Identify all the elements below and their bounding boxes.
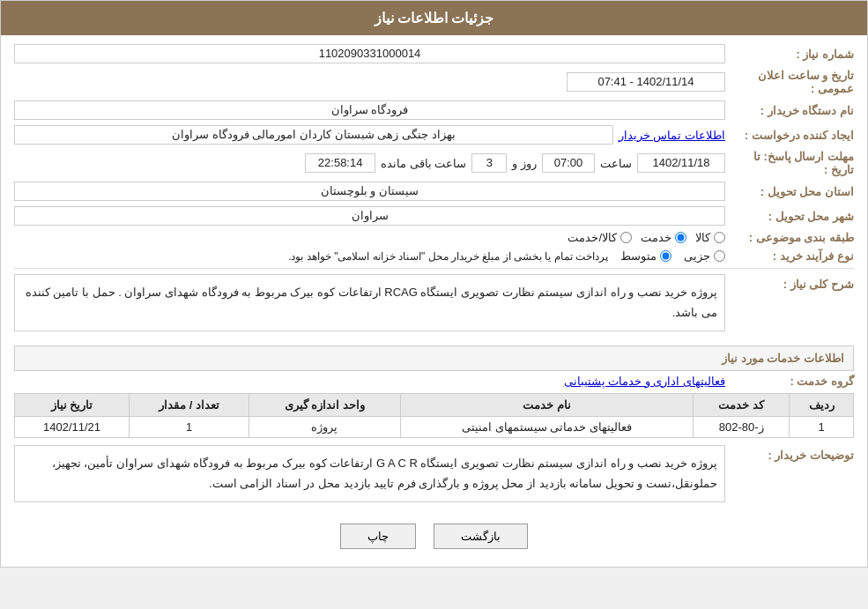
buyer-note-text: پروژه خرید نصب و راه اندازی سیستم نظارت … <box>52 457 717 490</box>
need-description-box: پروژه خرید نصب و راه اندازی سیستم نظارت … <box>14 274 725 331</box>
process-jozi-label: جزیی <box>684 249 710 263</box>
divider-1 <box>14 268 854 269</box>
send-remaining-value: 22:58:14 <box>305 153 375 173</box>
announce-date-value: 1402/11/14 - 07:41 <box>567 72 725 92</box>
category-khedmat-label: خدمت <box>641 231 671 244</box>
process-motavaset-label: متوسط <box>620 249 657 263</box>
process-motavaset-radio[interactable] <box>660 250 671 262</box>
cell-code-0: ز-80-802 <box>694 416 790 437</box>
page-title: جزئیات اطلاعات نیاز <box>375 11 494 26</box>
col-header-name: نام خدمت <box>400 393 694 416</box>
need-number-label: شماره نیاز : <box>731 48 854 61</box>
send-day-label: روز و <box>512 157 537 170</box>
process-jozi-item[interactable]: جزیی <box>684 249 725 263</box>
buyer-station-value: فرودگاه سراوان <box>14 100 725 120</box>
category-kala-khedmat-radio[interactable] <box>620 232 632 243</box>
services-group-label: گروه خدمت : <box>731 375 854 388</box>
need-number-row: شماره نیاز : 1102090331000014 <box>14 44 854 63</box>
delivery-province-label: استان محل تحویل : <box>731 185 854 198</box>
category-kala-radio[interactable] <box>714 232 725 243</box>
category-label: طبقه بندی موضوعی : <box>731 231 854 244</box>
requester-value: بهزاد جنگی زهی شبستان کاردان امورمالی فر… <box>14 125 613 145</box>
process-note: پرداخت تمام یا بخشی از مبلغ خریدار محل "… <box>288 250 608 263</box>
services-group-value[interactable]: فعالیتهای اداری و خدمات پشتیبانی <box>564 375 725 388</box>
requester-row: ایجاد کننده درخواست : اطلاعات تماس خریدا… <box>14 125 854 145</box>
send-remaining-label: ساعت باقی مانده <box>381 157 466 170</box>
category-kala-khedmat-item[interactable]: کالا/خدمت <box>568 231 632 244</box>
category-kala-khedmat-label: کالا/خدمت <box>568 231 617 244</box>
back-button[interactable]: بازگشت <box>434 524 528 549</box>
services-table: ردیف کد خدمت نام خدمت واحد اندازه گیری ت… <box>14 393 854 438</box>
buyer-station-row: نام دستگاه خریدار : فرودگاه سراوان <box>14 100 854 120</box>
services-section-title: اطلاعات خدمات مورد نیاز <box>14 345 854 371</box>
send-deadline-row: مهلت ارسال پاسخ: تا تاریخ : 1402/11/18 س… <box>14 150 854 176</box>
delivery-province-value: سیستان و بلوچستان <box>14 182 725 201</box>
need-number-value: 1102090331000014 <box>14 44 725 63</box>
contact-link[interactable]: اطلاعات تماس خریدار <box>619 129 725 142</box>
cell-unit-0: پروژه <box>249 416 401 437</box>
content-area: شماره نیاز : 1102090331000014 تاریخ و سا… <box>1 35 867 567</box>
send-date-value: 1402/11/18 <box>637 153 725 173</box>
announce-date-label: تاریخ و ساعت اعلان عمومی : <box>731 69 854 95</box>
print-button[interactable]: چاپ <box>340 524 416 549</box>
delivery-province-row: استان محل تحویل : سیستان و بلوچستان <box>14 182 854 201</box>
col-header-code: کد خدمت <box>694 393 790 416</box>
buyer-note-row: توضیحات خریدار : پروژه خرید نصب و راه ان… <box>14 445 854 509</box>
category-khedmat-item[interactable]: خدمت <box>641 231 686 244</box>
page-wrapper: جزئیات اطلاعات نیاز شماره نیاز : 1102090… <box>0 0 868 568</box>
buyer-note-label: توضیحات خریدار : <box>731 445 854 462</box>
delivery-city-label: شهر محل تحویل : <box>731 210 854 223</box>
category-options: کالا خدمت کالا/خدمت <box>14 231 725 244</box>
page-header: جزئیات اطلاعات نیاز <box>1 1 867 35</box>
process-jozi-radio[interactable] <box>714 250 725 262</box>
need-description-text: پروژه خرید نصب و راه اندازی سیستم نظارت … <box>26 286 717 319</box>
col-header-date: تاریخ نیاز <box>15 393 130 416</box>
process-type-label: نوع فرآیند خرید : <box>731 249 854 263</box>
send-time-value: 07:00 <box>542 153 595 173</box>
cell-quantity-0: 1 <box>130 416 249 437</box>
process-type-row: نوع فرآیند خرید : جزیی متوسط پرداخت تمام… <box>14 249 854 263</box>
table-header-row: ردیف کد خدمت نام خدمت واحد اندازه گیری ت… <box>15 393 854 416</box>
process-type-options: جزیی متوسط پرداخت تمام یا بخشی از مبلغ خ… <box>288 249 725 263</box>
announce-date-row: تاریخ و ساعت اعلان عمومی : 1402/11/14 - … <box>14 69 854 95</box>
buttons-row: بازگشت چاپ <box>14 515 854 558</box>
need-description-row: شرح کلی نیاز : پروژه خرید نصب و راه اندا… <box>14 274 854 338</box>
col-header-quantity: تعداد / مقدار <box>130 393 249 416</box>
col-header-row: ردیف <box>790 393 854 416</box>
send-deadline-label: مهلت ارسال پاسخ: تا تاریخ : <box>731 150 854 176</box>
category-row: طبقه بندی موضوعی : کالا خدمت کالا/خدمت <box>14 231 854 244</box>
category-kala-item[interactable]: کالا <box>695 231 725 244</box>
category-khedmat-radio[interactable] <box>675 232 686 243</box>
delivery-city-row: شهر محل تحویل : سراوان <box>14 206 854 226</box>
need-description-label: شرح کلی نیاز : <box>731 274 854 291</box>
buyer-note-box: پروژه خرید نصب و راه اندازی سیستم نظارت … <box>14 445 725 502</box>
send-time-label: ساعت <box>600 157 632 170</box>
delivery-city-value: سراوان <box>14 206 725 226</box>
cell-name-0: فعالیتهای خدماتی سیستمهای امنیتی <box>400 416 694 437</box>
buyer-station-label: نام دستگاه خریدار : <box>731 104 854 117</box>
send-days-value: 3 <box>471 153 507 173</box>
col-header-unit: واحد اندازه گیری <box>249 393 401 416</box>
category-kala-label: کالا <box>695 231 710 244</box>
services-group-row: گروه خدمت : فعالیتهای اداری و خدمات پشتی… <box>14 375 854 388</box>
cell-date-0: 1402/11/21 <box>15 416 130 437</box>
requester-label: ایجاد کننده درخواست : <box>731 129 854 142</box>
cell-row-0: 1 <box>790 416 854 437</box>
table-row: 1 ز-80-802 فعالیتهای خدماتی سیستمهای امن… <box>15 416 854 437</box>
process-motavaset-item[interactable]: متوسط <box>620 249 671 263</box>
